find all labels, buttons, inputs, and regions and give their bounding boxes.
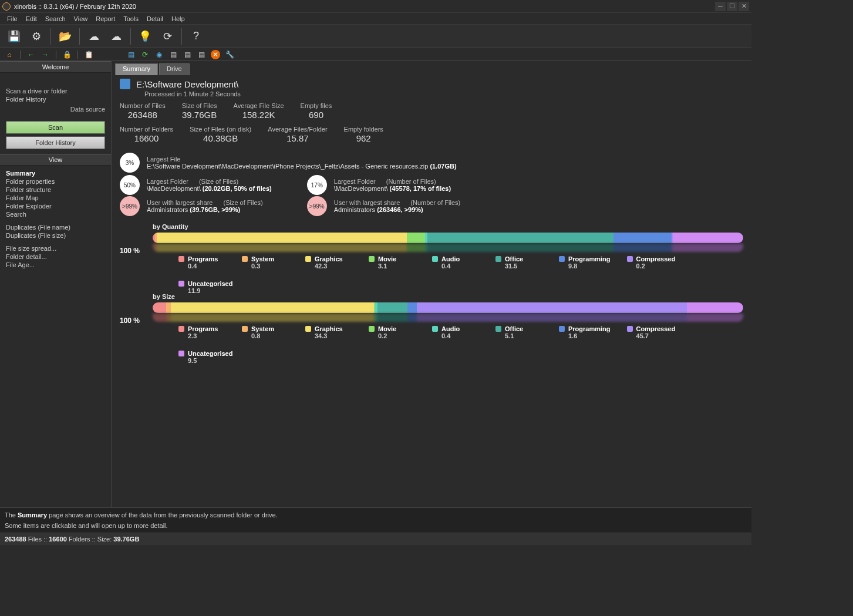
app-icon — [2, 2, 11, 11]
legend-item[interactable]: System0.8 — [242, 325, 289, 339]
nav-duplicates-file-size-[interactable]: Duplicates (File size) — [6, 231, 105, 240]
minimize-button[interactable]: ─ — [715, 2, 726, 11]
legend-item[interactable]: Programming9.8 — [559, 255, 611, 270]
doc2-icon[interactable]: ▤ — [168, 50, 178, 59]
menu-help[interactable]: Help — [168, 14, 188, 23]
user-num-pct-icon: >99% — [307, 196, 327, 216]
largest-folder-size-path[interactable]: \MacDevelopment\ (20.02GB, 50% of files) — [147, 185, 272, 192]
lock-icon[interactable]: 🔒 — [62, 50, 72, 59]
legend-item[interactable]: Programming1.6 — [559, 325, 611, 339]
nav-file-age-[interactable]: File Age... — [6, 261, 105, 269]
stop-icon[interactable]: ✕ — [211, 50, 220, 59]
nav-folder-detail-[interactable]: Folder detail... — [6, 253, 105, 261]
menu-file[interactable]: File — [4, 14, 21, 23]
legend-item[interactable]: Uncategorised11.9 — [178, 280, 232, 294]
legend-item[interactable]: System0.3 — [242, 255, 289, 270]
nav-file-size-spread-[interactable]: File size spread... — [6, 244, 105, 253]
wrench-icon[interactable]: 🔧 — [225, 50, 234, 59]
user-num-name[interactable]: Administrators (263466, >99%) — [334, 206, 460, 213]
size-pct-label: 100 % — [120, 317, 140, 325]
legend-item[interactable]: Compressed45.7 — [627, 325, 676, 339]
user-num-sub: (Number of Files) — [410, 199, 460, 206]
legend-item[interactable]: Uncategorised9.5 — [178, 350, 232, 364]
folder-history-button[interactable]: Folder History — [6, 136, 105, 149]
stat-label: Number of Files — [120, 102, 166, 109]
forward-icon[interactable]: → — [41, 50, 50, 59]
separator — [130, 28, 131, 45]
nav-folder-exploder[interactable]: Folder Exploder — [6, 202, 105, 210]
back-icon[interactable]: ← — [26, 50, 36, 59]
bulb-icon[interactable]: 💡 — [136, 27, 154, 46]
legend-item[interactable]: Compressed0.2 — [627, 255, 676, 270]
close-button[interactable]: ✕ — [739, 2, 749, 11]
maximize-button[interactable]: ☐ — [727, 2, 737, 11]
menu-detail[interactable]: Detail — [143, 14, 167, 23]
legend-item[interactable]: Graphics42.3 — [305, 255, 352, 270]
cloud-up-icon[interactable]: ☁ — [85, 27, 103, 46]
refresh2-icon[interactable]: ⟳ — [140, 50, 150, 59]
menu-edit[interactable]: Edit — [22, 14, 41, 23]
folder-open-icon[interactable]: 📂 — [56, 27, 75, 46]
largest-folder-num-path[interactable]: \MacDevelopment\ (45578, 17% of files) — [334, 185, 451, 192]
largest-file-path[interactable]: E:\Software Development\MacDevelopment\i… — [147, 163, 457, 170]
menu-view[interactable]: View — [70, 14, 92, 23]
largest-folder-num-sub: (Number of Files) — [386, 178, 436, 185]
stat-label: Size of Files — [182, 102, 217, 109]
user-size-pct-icon: >99% — [120, 196, 140, 216]
gear-icon[interactable]: ⚙ — [27, 27, 46, 46]
help-icon[interactable]: ? — [187, 27, 205, 46]
cloud-down-icon[interactable]: ☁ — [107, 27, 126, 46]
legend-item[interactable]: Audio0.4 — [432, 255, 479, 270]
clipboard-icon[interactable]: 📋 — [84, 50, 93, 59]
stat-value: 158.22K — [234, 109, 284, 123]
largest-folder-size-label: Largest Folder — [147, 178, 188, 185]
data-source-label: Data source — [6, 103, 105, 115]
menu-tools[interactable]: Tools — [120, 14, 142, 23]
user-size-label: User with largest share — [147, 199, 213, 206]
view-header: View — [0, 154, 111, 166]
nav-search[interactable]: Search — [6, 210, 105, 218]
doc4-icon[interactable]: ▤ — [197, 50, 206, 59]
stat-label: Empty folders — [344, 126, 383, 133]
save-icon[interactable]: 💾 — [5, 27, 23, 46]
nav-folder-map[interactable]: Folder Map — [6, 194, 105, 202]
main-toolbar: 💾 ⚙ 📂 ☁ ☁ 💡 ⟳ ? — [0, 25, 751, 48]
refresh-icon[interactable]: ⟳ — [158, 27, 177, 46]
scan-path: E:\Software Development\ — [136, 79, 238, 89]
doc3-icon[interactable]: ▤ — [183, 50, 192, 59]
by-quantity-label: by Quantity — [153, 223, 743, 230]
nav-summary[interactable]: Summary — [6, 169, 105, 177]
largest-folder-num-label: Largest Folder — [334, 178, 376, 185]
legend-item[interactable]: Programs0.4 — [178, 255, 225, 270]
legend-item[interactable]: Office5.1 — [495, 325, 542, 339]
menu-report[interactable]: Report — [92, 14, 119, 23]
nav-folder-properties[interactable]: Folder properties — [6, 177, 105, 186]
globe-icon[interactable]: ◉ — [154, 50, 164, 59]
tab-drive[interactable]: Drive — [159, 63, 190, 75]
scan-button[interactable]: Scan — [6, 121, 105, 134]
scan-drive-link[interactable]: Scan a drive or folder — [6, 87, 105, 95]
separator — [20, 51, 21, 59]
legend-item[interactable]: Movie0.2 — [369, 325, 416, 339]
user-size-name[interactable]: Administrators (39.76GB, >99%) — [147, 206, 263, 213]
menu-bar: File Edit Search View Report Tools Detai… — [0, 13, 751, 25]
user-num-label: User with largest share — [334, 199, 400, 206]
sidebar: Welcome Scan a drive or folder Folder Hi… — [0, 61, 112, 507]
menu-search[interactable]: Search — [42, 14, 69, 23]
tab-summary[interactable]: Summary — [115, 63, 158, 75]
legend-item[interactable]: Office31.5 — [495, 255, 542, 270]
doc-icon[interactable]: ▤ — [126, 50, 136, 59]
legend-item[interactable]: Audio0.4 — [432, 325, 479, 339]
folder-history-link[interactable]: Folder History — [6, 95, 105, 103]
stat-label: Average File Size — [234, 102, 284, 109]
by-size-label: by Size — [153, 293, 743, 300]
legend-item[interactable]: Graphics34.3 — [305, 325, 352, 339]
stat-value: 962 — [344, 133, 383, 147]
legend-item[interactable]: Movie3.1 — [369, 255, 416, 270]
legend-item[interactable]: Programs2.3 — [178, 325, 225, 339]
nav-duplicates-file-name-[interactable]: Duplicates (File name) — [6, 223, 105, 231]
home-icon[interactable]: ⌂ — [5, 50, 14, 59]
nav-folder-structure[interactable]: Folder structure — [6, 186, 105, 194]
status-bar: 263488 Files :: 16600 Folders :: Size: 3… — [0, 533, 751, 545]
largest-folder-size-sub: (Size of Files) — [199, 178, 238, 185]
